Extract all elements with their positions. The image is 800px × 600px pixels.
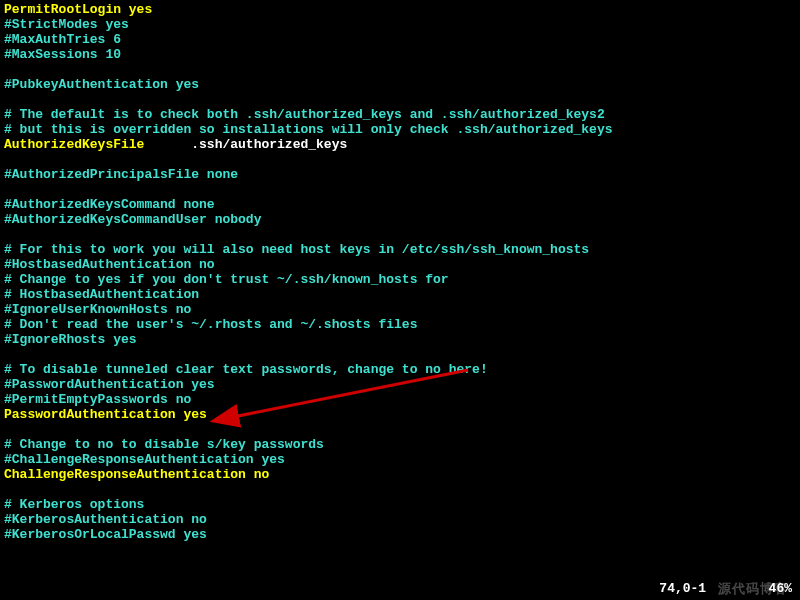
config-line [4,482,796,497]
config-line [4,182,796,197]
config-line: #AuthorizedKeysCommandUser nobody [4,212,796,227]
config-line: #PubkeyAuthentication yes [4,77,796,92]
config-line: # HostbasedAuthentication [4,287,796,302]
config-line: #KerberosOrLocalPasswd yes [4,527,796,542]
terminal-editor[interactable]: PermitRootLogin yes#StrictModes yes#MaxA… [0,0,800,544]
status-percent: 46% [769,581,792,596]
config-line: # The default is to check both .ssh/auth… [4,107,796,122]
config-line [4,152,796,167]
config-line [4,227,796,242]
status-position: 74,0-1 [659,581,706,596]
config-line: AuthorizedKeysFile .ssh/authorized_keys [4,137,796,152]
config-line: # Change to yes if you don't trust ~/.ss… [4,272,796,287]
config-line [4,62,796,77]
config-line: # To disable tunneled clear text passwor… [4,362,796,377]
config-line: PasswordAuthentication yes [4,407,796,422]
config-line: #IgnoreUserKnownHosts no [4,302,796,317]
config-line: #PermitEmptyPasswords no [4,392,796,407]
config-line: #AuthorizedKeysCommand none [4,197,796,212]
config-line: # For this to work you will also need ho… [4,242,796,257]
config-line [4,422,796,437]
config-line [4,347,796,362]
config-line: #IgnoreRhosts yes [4,332,796,347]
config-line [4,92,796,107]
config-line: PermitRootLogin yes [4,2,796,17]
config-line: # but this is overridden so installation… [4,122,796,137]
config-line: #HostbasedAuthentication no [4,257,796,272]
config-line: #MaxSessions 10 [4,47,796,62]
config-line: #MaxAuthTries 6 [4,32,796,47]
config-line: #PasswordAuthentication yes [4,377,796,392]
config-line: # Don't read the user's ~/.rhosts and ~/… [4,317,796,332]
config-line: ChallengeResponseAuthentication no [4,467,796,482]
config-line: #ChallengeResponseAuthentication yes [4,452,796,467]
config-line: #StrictModes yes [4,17,796,32]
config-line: #AuthorizedPrincipalsFile none [4,167,796,182]
config-line: # Kerberos options [4,497,796,512]
config-line: #KerberosAuthentication no [4,512,796,527]
config-line: # Change to no to disable s/key password… [4,437,796,452]
vim-status-bar: 74,0-1 46% [644,566,792,596]
